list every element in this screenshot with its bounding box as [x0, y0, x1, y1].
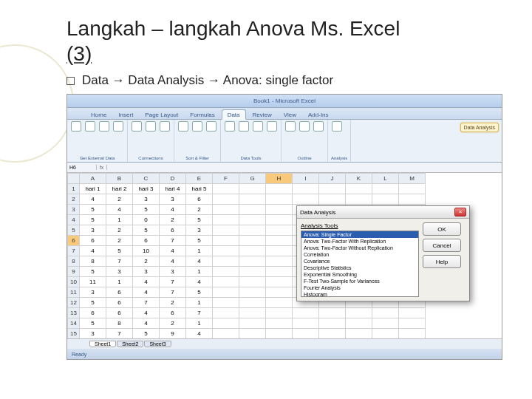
cell[interactable] — [213, 236, 239, 246]
cell[interactable] — [239, 194, 266, 205]
cell[interactable] — [266, 318, 293, 329]
ribbon-tab-view[interactable]: View — [279, 110, 301, 119]
cell[interactable] — [239, 184, 266, 194]
cell[interactable] — [213, 184, 239, 194]
cell[interactable]: 7 — [186, 308, 213, 318]
list-item[interactable]: Anova: Two-Factor Without Replication — [301, 245, 418, 251]
cell[interactable]: 4 — [186, 329, 213, 339]
list-item[interactable]: F-Test Two-Sample for Variances — [301, 278, 418, 284]
cell[interactable] — [213, 215, 239, 225]
cell[interactable]: 2 — [106, 194, 133, 205]
cell[interactable]: 1 — [186, 246, 213, 256]
data-analysis-button[interactable]: Data Analysis — [460, 123, 499, 132]
cell[interactable] — [399, 308, 426, 318]
cell[interactable]: 5 — [133, 205, 160, 215]
cell[interactable]: hari 2 — [106, 184, 133, 194]
cell[interactable]: 2 — [160, 298, 186, 308]
cell[interactable] — [266, 205, 293, 215]
list-item[interactable]: Descriptive Statistics — [301, 265, 418, 271]
cell[interactable] — [213, 267, 239, 277]
cell[interactable]: 6 — [106, 308, 133, 318]
column-header[interactable]: J — [319, 174, 346, 184]
cell[interactable]: hari 4 — [160, 184, 186, 194]
row-header[interactable]: 11 — [68, 287, 80, 298]
cell[interactable] — [266, 287, 293, 298]
cell[interactable] — [266, 215, 293, 225]
ribbon-icon[interactable] — [266, 121, 278, 142]
row-header[interactable]: 8 — [68, 256, 80, 267]
cell[interactable]: 5 — [80, 267, 106, 277]
cell[interactable] — [372, 318, 399, 329]
cell[interactable]: 5 — [133, 225, 160, 236]
ribbon-icon[interactable] — [70, 121, 82, 142]
column-header[interactable]: I — [293, 174, 319, 184]
cell[interactable] — [346, 184, 372, 194]
cell[interactable]: 2 — [160, 318, 186, 329]
cell[interactable]: 3 — [160, 267, 186, 277]
cell[interactable] — [213, 287, 239, 298]
cell[interactable]: 8 — [106, 318, 133, 329]
cell[interactable]: 6 — [160, 308, 186, 318]
cell[interactable]: 3 — [80, 287, 106, 298]
ribbon-icon[interactable] — [191, 121, 203, 142]
cell[interactable]: 5 — [80, 298, 106, 308]
cell[interactable] — [293, 318, 319, 329]
cell[interactable]: 2 — [186, 205, 213, 215]
sheet-tab[interactable]: Sheet1 — [89, 341, 116, 347]
cell[interactable]: 5 — [80, 215, 106, 225]
cell[interactable]: 4 — [133, 287, 160, 298]
cell[interactable] — [266, 298, 293, 308]
cell[interactable]: 5 — [133, 329, 160, 339]
row-header[interactable]: 2 — [68, 194, 80, 205]
cell[interactable] — [372, 194, 399, 205]
row-header[interactable]: 7 — [68, 246, 80, 256]
cancel-button[interactable]: Cancel — [423, 239, 461, 252]
cell[interactable]: 6 — [106, 287, 133, 298]
cell[interactable] — [213, 298, 239, 308]
cell[interactable]: 3 — [80, 225, 106, 236]
cell[interactable]: 2 — [160, 215, 186, 225]
ribbon-icon[interactable] — [205, 121, 217, 142]
cell[interactable] — [399, 329, 426, 339]
cell[interactable]: 1 — [186, 298, 213, 308]
ribbon-icon[interactable] — [252, 121, 264, 142]
row-header[interactable]: 6 — [68, 236, 80, 246]
cell[interactable] — [266, 236, 293, 246]
cell[interactable] — [266, 277, 293, 287]
cell[interactable] — [239, 318, 266, 329]
cell[interactable] — [399, 318, 426, 329]
cell[interactable]: 7 — [160, 287, 186, 298]
ribbon-tab-formulas[interactable]: Formulas — [185, 110, 219, 119]
ribbon-icon[interactable] — [331, 121, 343, 142]
row-header[interactable]: 9 — [68, 267, 80, 277]
cell[interactable]: 5 — [186, 287, 213, 298]
cell[interactable] — [266, 194, 293, 205]
cell[interactable] — [346, 308, 372, 318]
ribbon-tab-home[interactable]: Home — [86, 110, 112, 119]
cell[interactable]: 10 — [133, 246, 160, 256]
cell[interactable]: 4 — [160, 205, 186, 215]
sheet-tab[interactable]: Sheet3 — [144, 341, 171, 347]
name-box[interactable]: H6 — [67, 165, 97, 170]
cell[interactable]: 5 — [186, 236, 213, 246]
cell[interactable]: 3 — [106, 267, 133, 277]
cell[interactable] — [213, 308, 239, 318]
list-item[interactable]: Correlation — [301, 251, 418, 258]
row-header[interactable]: 4 — [68, 215, 80, 225]
list-item[interactable]: Histogram — [301, 291, 418, 297]
cell[interactable]: 7 — [160, 236, 186, 246]
column-header[interactable]: E — [186, 174, 213, 184]
cell[interactable]: 4 — [106, 205, 133, 215]
cell[interactable] — [399, 184, 426, 194]
ribbon-icon[interactable] — [98, 121, 110, 142]
ribbon-icon[interactable] — [159, 121, 171, 142]
column-header[interactable]: G — [239, 174, 266, 184]
cell[interactable] — [399, 194, 426, 205]
cell[interactable] — [266, 256, 293, 267]
cell[interactable]: 6 — [106, 298, 133, 308]
cell[interactable] — [239, 298, 266, 308]
row-header[interactable]: 3 — [68, 205, 80, 215]
column-header[interactable]: A — [80, 174, 106, 184]
cell[interactable] — [293, 308, 319, 318]
cell[interactable] — [213, 205, 239, 215]
